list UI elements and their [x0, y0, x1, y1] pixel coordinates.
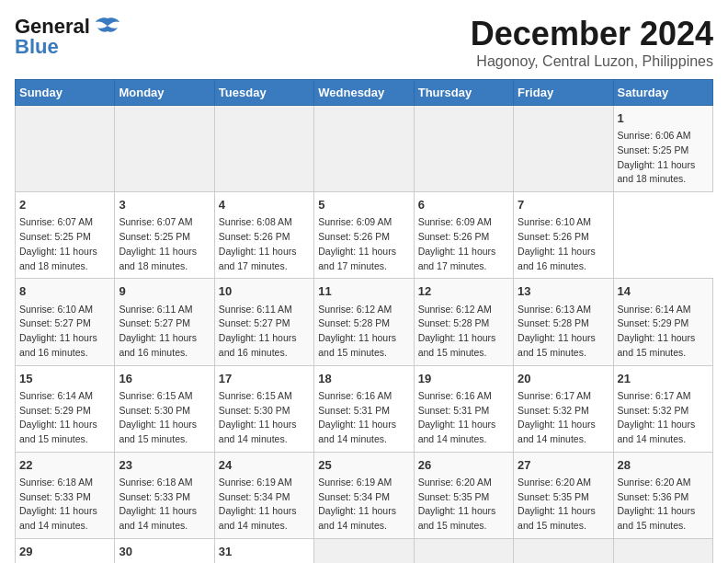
calendar-body: 1Sunrise: 6:06 AMSunset: 5:25 PMDaylight… — [16, 106, 713, 564]
header-saturday: Saturday — [613, 80, 712, 106]
day-number: 27 — [518, 457, 609, 474]
header-sunday: Sunday — [16, 80, 115, 106]
day-number: 18 — [318, 371, 409, 387]
calendar-cell: 2Sunrise: 6:07 AMSunset: 5:25 PMDaylight… — [16, 192, 115, 279]
calendar-cell: 7Sunrise: 6:10 AMSunset: 5:26 PMDaylight… — [514, 192, 613, 279]
calendar-cell — [613, 538, 712, 563]
day-info: Sunrise: 6:15 AMSunset: 5:30 PMDaylight:… — [119, 389, 210, 447]
day-number: 13 — [518, 283, 609, 300]
week-row-6: 29Sunrise: 6:21 AMSunset: 5:36 PMDayligh… — [16, 538, 713, 563]
calendar-cell: 1Sunrise: 6:06 AMSunset: 5:25 PMDaylight… — [613, 106, 712, 192]
day-info: Sunrise: 6:10 AMSunset: 5:27 PMDaylight:… — [19, 303, 110, 361]
calendar-cell: 19Sunrise: 6:16 AMSunset: 5:31 PMDayligh… — [414, 365, 513, 452]
calendar-cell: 20Sunrise: 6:17 AMSunset: 5:32 PMDayligh… — [514, 365, 613, 452]
day-number: 3 — [119, 197, 210, 213]
day-number: 9 — [119, 283, 210, 300]
day-number: 7 — [518, 197, 609, 213]
calendar-cell: 9Sunrise: 6:11 AMSunset: 5:27 PMDaylight… — [115, 279, 214, 365]
calendar-cell: 12Sunrise: 6:12 AMSunset: 5:28 PMDayligh… — [414, 279, 513, 365]
day-number: 16 — [119, 371, 210, 387]
logo: General Blue — [15, 15, 121, 59]
day-number: 23 — [119, 457, 210, 474]
day-number: 15 — [19, 371, 110, 387]
day-info: Sunrise: 6:19 AMSunset: 5:34 PMDaylight:… — [219, 476, 310, 534]
calendar-cell: 21Sunrise: 6:17 AMSunset: 5:32 PMDayligh… — [613, 365, 712, 452]
day-number: 1 — [618, 110, 709, 127]
day-info: Sunrise: 6:20 AMSunset: 5:36 PMDaylight:… — [618, 476, 709, 534]
day-number: 8 — [19, 283, 110, 300]
calendar-cell: 4Sunrise: 6:08 AMSunset: 5:26 PMDaylight… — [214, 192, 313, 279]
calendar-cell — [115, 106, 214, 192]
calendar-cell: 30Sunrise: 6:21 AMSunset: 5:37 PMDayligh… — [115, 538, 214, 563]
day-info: Sunrise: 6:11 AMSunset: 5:27 PMDaylight:… — [219, 303, 310, 361]
day-number: 19 — [418, 371, 509, 387]
day-info: Sunrise: 6:19 AMSunset: 5:34 PMDaylight:… — [318, 476, 409, 534]
calendar-cell: 24Sunrise: 6:19 AMSunset: 5:34 PMDayligh… — [214, 452, 313, 538]
calendar-cell: 29Sunrise: 6:21 AMSunset: 5:36 PMDayligh… — [16, 538, 115, 563]
day-number: 11 — [318, 283, 409, 300]
calendar-cell: 31Sunrise: 6:22 AMSunset: 5:37 PMDayligh… — [214, 538, 313, 563]
calendar-cell: 22Sunrise: 6:18 AMSunset: 5:33 PMDayligh… — [16, 452, 115, 538]
header-thursday: Thursday — [414, 80, 513, 106]
calendar-cell — [214, 106, 313, 192]
calendar-cell: 5Sunrise: 6:09 AMSunset: 5:26 PMDaylight… — [314, 192, 414, 279]
week-row-3: 8Sunrise: 6:10 AMSunset: 5:27 PMDaylight… — [16, 279, 713, 365]
header-tuesday: Tuesday — [214, 80, 313, 106]
day-number: 26 — [418, 457, 509, 474]
header-monday: Monday — [115, 80, 214, 106]
day-number: 20 — [518, 371, 609, 387]
day-info: Sunrise: 6:09 AMSunset: 5:26 PMDaylight:… — [318, 215, 409, 273]
day-info: Sunrise: 6:14 AMSunset: 5:29 PMDaylight:… — [618, 303, 709, 361]
day-info: Sunrise: 6:07 AMSunset: 5:25 PMDaylight:… — [119, 215, 210, 273]
day-number: 24 — [219, 457, 310, 474]
calendar-cell: 18Sunrise: 6:16 AMSunset: 5:31 PMDayligh… — [314, 365, 414, 452]
calendar-cell: 17Sunrise: 6:15 AMSunset: 5:30 PMDayligh… — [214, 365, 313, 452]
main-title: December 2024 — [471, 15, 713, 53]
calendar-cell — [414, 538, 513, 563]
day-info: Sunrise: 6:12 AMSunset: 5:28 PMDaylight:… — [318, 303, 409, 361]
day-number: 12 — [418, 283, 509, 300]
day-info: Sunrise: 6:16 AMSunset: 5:31 PMDaylight:… — [418, 389, 509, 447]
calendar-cell: 10Sunrise: 6:11 AMSunset: 5:27 PMDayligh… — [214, 279, 313, 365]
calendar-cell — [414, 106, 513, 192]
day-number: 28 — [618, 457, 709, 474]
day-info: Sunrise: 6:13 AMSunset: 5:28 PMDaylight:… — [518, 303, 609, 361]
page-header: General Blue December 2024 Hagonoy, Cent… — [15, 15, 713, 70]
calendar-cell — [514, 538, 613, 563]
header-row: SundayMondayTuesdayWednesdayThursdayFrid… — [16, 80, 713, 106]
day-number: 21 — [618, 371, 709, 387]
calendar-cell: 23Sunrise: 6:18 AMSunset: 5:33 PMDayligh… — [115, 452, 214, 538]
week-row-4: 15Sunrise: 6:14 AMSunset: 5:29 PMDayligh… — [16, 365, 713, 452]
day-info: Sunrise: 6:10 AMSunset: 5:26 PMDaylight:… — [518, 215, 609, 273]
day-number: 2 — [19, 197, 110, 213]
day-number: 4 — [219, 197, 310, 213]
day-info: Sunrise: 6:15 AMSunset: 5:30 PMDaylight:… — [219, 389, 310, 447]
header-friday: Friday — [514, 80, 613, 106]
calendar-cell — [314, 106, 414, 192]
header-wednesday: Wednesday — [314, 80, 414, 106]
day-info: Sunrise: 6:06 AMSunset: 5:25 PMDaylight:… — [618, 129, 709, 187]
logo-bird-icon — [94, 17, 121, 37]
logo-blue-text: Blue — [15, 35, 59, 59]
day-number: 17 — [219, 371, 310, 387]
calendar-cell: 3Sunrise: 6:07 AMSunset: 5:25 PMDaylight… — [115, 192, 214, 279]
day-info: Sunrise: 6:18 AMSunset: 5:33 PMDaylight:… — [119, 476, 210, 534]
day-info: Sunrise: 6:07 AMSunset: 5:25 PMDaylight:… — [19, 215, 110, 273]
calendar-cell: 25Sunrise: 6:19 AMSunset: 5:34 PMDayligh… — [314, 452, 414, 538]
subtitle: Hagonoy, Central Luzon, Philippines — [471, 53, 713, 70]
day-info: Sunrise: 6:18 AMSunset: 5:33 PMDaylight:… — [19, 476, 110, 534]
day-info: Sunrise: 6:11 AMSunset: 5:27 PMDaylight:… — [119, 303, 210, 361]
week-row-2: 2Sunrise: 6:07 AMSunset: 5:25 PMDaylight… — [16, 192, 713, 279]
day-info: Sunrise: 6:09 AMSunset: 5:26 PMDaylight:… — [418, 215, 509, 273]
day-number: 6 — [418, 197, 509, 213]
calendar-cell — [314, 538, 414, 563]
calendar-cell: 26Sunrise: 6:20 AMSunset: 5:35 PMDayligh… — [414, 452, 513, 538]
day-number: 31 — [219, 544, 310, 560]
day-number: 30 — [119, 544, 210, 560]
calendar-cell: 11Sunrise: 6:12 AMSunset: 5:28 PMDayligh… — [314, 279, 414, 365]
day-number: 22 — [19, 457, 110, 474]
calendar-cell — [514, 106, 613, 192]
calendar-cell: 28Sunrise: 6:20 AMSunset: 5:36 PMDayligh… — [613, 452, 712, 538]
day-number: 29 — [19, 544, 110, 560]
calendar-cell: 6Sunrise: 6:09 AMSunset: 5:26 PMDaylight… — [414, 192, 513, 279]
